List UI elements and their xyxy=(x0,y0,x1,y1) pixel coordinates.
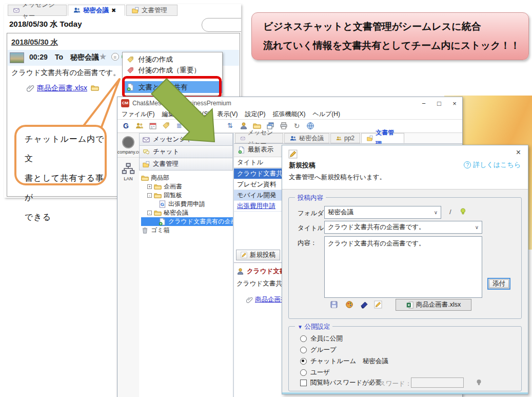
menu-view[interactable]: 表示(V) xyxy=(217,110,238,119)
toolbar-globe-icon[interactable] xyxy=(306,122,314,130)
content-textarea[interactable]: クラウド文書共有の企画書です。 xyxy=(324,236,482,298)
menu-file[interactable]: ファイル(F) xyxy=(122,110,154,119)
tree-item-trash[interactable]: ゴミ箱 xyxy=(141,226,233,235)
menu-search[interactable]: 検索(S) xyxy=(189,110,210,119)
publish-settings-legend[interactable]: ▼ 公開設定 xyxy=(295,323,332,331)
title-select[interactable]: クラウド文書共有の企画書です。∨ xyxy=(324,221,482,234)
radio-selected-icon xyxy=(300,358,307,365)
lan-icon xyxy=(122,162,135,175)
password-required-checkbox[interactable]: 閲覧時パスワードが必要 xyxy=(300,379,382,387)
tab-close-icon[interactable]: ✖ xyxy=(111,5,116,16)
help-link-label: 詳しくはこちら xyxy=(473,160,521,169)
tree-item-himitsu-kaigi[interactable]: - 秘密会議 xyxy=(141,209,233,217)
dialog-close-icon[interactable]: × xyxy=(516,148,521,157)
expander-icon[interactable]: - xyxy=(147,211,152,215)
attachment-link[interactable]: 商品企画書.xlsx xyxy=(37,84,87,93)
help-link[interactable]: ? 詳しくはこちら xyxy=(464,160,521,169)
tree-item-shohinbu[interactable]: 商品部 xyxy=(141,174,233,182)
panel-tab-himitsu[interactable]: 秘密会議 xyxy=(284,133,329,143)
menu-circle-icon[interactable]: ≡ xyxy=(111,53,119,61)
date-link[interactable]: 2018/05/30 水 xyxy=(11,37,58,47)
sidebar-section-documents[interactable]: 文書管理 xyxy=(139,158,233,171)
radio-public[interactable]: 全員に公開 xyxy=(300,334,343,343)
toolbar-members-icon[interactable] xyxy=(135,122,144,130)
search-input[interactable] xyxy=(202,18,241,32)
toolbar-printer-icon[interactable] xyxy=(279,122,288,130)
tag-red-icon xyxy=(127,67,134,74)
refresh-button[interactable]: 最新表示 xyxy=(238,145,273,154)
callout-line: チャットルーム内で文 xyxy=(25,129,105,168)
main-menubar: ファイル(F) 編集(E) 検索(S) 表示(V) 設定(P) 拡張機能(X) … xyxy=(117,109,462,119)
toolbar-tag-icon[interactable] xyxy=(162,122,170,130)
radio-user[interactable]: ユーザ xyxy=(300,368,330,377)
menu-settings[interactable]: 設定(P) xyxy=(245,110,265,119)
menu-edit[interactable]: 編集(E) xyxy=(162,110,182,119)
tree-label: ゴミ箱 xyxy=(151,226,170,235)
toolbar-list-icon[interactable]: ≣ xyxy=(175,122,184,130)
password-input[interactable] xyxy=(411,377,464,388)
chevron-down-icon: ∨ xyxy=(434,210,441,215)
panel-tab-documents[interactable]: 文書管理 xyxy=(361,133,404,143)
toolbar-ribbon-icon[interactable] xyxy=(201,122,209,130)
star-icon[interactable]: ★ xyxy=(99,51,107,62)
folder-icon xyxy=(154,209,162,217)
attach-button[interactable]: 添付 xyxy=(487,278,510,290)
tree-label: 回覧板 xyxy=(164,191,182,200)
menu-extensions[interactable]: 拡張機能(X) xyxy=(272,110,305,119)
new-post-button[interactable]: 新規投稿 xyxy=(236,250,280,260)
sidebar-section-messenger[interactable]: メッセンジャー xyxy=(139,133,233,146)
tree-item-kairanban[interactable]: - 回覧板 xyxy=(141,191,233,200)
maximize-button[interactable]: □ xyxy=(431,100,447,107)
expander-icon[interactable]: - xyxy=(147,193,152,198)
tab-himitsu-kaigi[interactable]: 秘密会議 ✖ xyxy=(68,5,125,16)
tag-yellow-icon xyxy=(127,56,134,63)
menu-item-fusen[interactable]: 付箋の作成 xyxy=(123,54,222,65)
folder-icon xyxy=(141,174,149,182)
open-folder-icon[interactable] xyxy=(91,84,99,92)
menu-item-fusen-important[interactable]: 付箋の作成（重要） xyxy=(123,65,222,75)
toolbar-capture-icon[interactable] xyxy=(188,122,196,130)
close-button[interactable]: × xyxy=(447,100,462,107)
tab-bunsho-kanri[interactable]: 文書管理 xyxy=(126,5,178,16)
toolbar-sort-icon[interactable]: ⇅ xyxy=(226,122,234,130)
lightbulb-icon[interactable] xyxy=(459,207,467,215)
sidebar-section-chat[interactable]: チャット xyxy=(139,145,233,158)
toolbar-refresh-icon[interactable]: ↻ xyxy=(292,122,301,130)
paperclip-icon xyxy=(27,84,34,92)
sidebar-section-label: チャット xyxy=(153,147,179,156)
tree-item-cloud-doc-selected[interactable]: クラウド文書共有の企画書 xyxy=(141,217,233,226)
pencil-icon[interactable] xyxy=(374,300,382,309)
tree-item-kikakusho[interactable]: + 企画書 xyxy=(141,182,233,191)
folder-select[interactable]: 秘密会議∨ xyxy=(324,206,441,219)
banner-line2: 流れていく情報を文書共有としてチーム内にストック！！ xyxy=(263,39,528,52)
rail-company-button[interactable]: company.com xyxy=(117,133,139,158)
trash-icon xyxy=(141,226,149,234)
toolbar-calendar-icon[interactable] xyxy=(148,122,157,130)
avatar xyxy=(10,52,24,63)
main-titlebar: CM Chat&Messenger BusinessPremium − □ × xyxy=(117,97,462,109)
radio-icon xyxy=(300,347,307,353)
palette-icon[interactable] xyxy=(345,300,353,309)
toolbar-user-status-icon[interactable] xyxy=(239,122,248,130)
radio-chatroom[interactable]: チャットルーム 秘密会議 xyxy=(300,357,388,366)
panel-tab-messenger[interactable]: メッセンジャー xyxy=(235,133,283,143)
rail-lan-label: LAN xyxy=(117,176,139,181)
panel-tab-pp2[interactable]: pp2 xyxy=(330,133,360,143)
dialog-bottom-edge xyxy=(282,392,528,394)
folder-icon xyxy=(154,192,162,199)
date-header: 2018/05/30 水 Today xyxy=(9,20,82,29)
screenshot-root: メッセンジャー 秘密会議 ✖ 文書管理 2018/05/30 水 Today 2… xyxy=(0,0,532,397)
menu-help[interactable]: ヘルプ(H) xyxy=(312,110,340,119)
tab-label: 文書管理 xyxy=(142,5,167,16)
publish-settings-group: ▼ 公開設定 全員に公開 グループ チャットルーム 秘密会議 ユーザ 閲覧時パス… xyxy=(288,326,522,391)
tab-messenger[interactable]: メッセンジャー xyxy=(8,5,67,16)
minimize-button[interactable]: − xyxy=(416,100,431,107)
toolbar-g-icon[interactable]: G xyxy=(122,122,130,130)
eraser-icon[interactable] xyxy=(360,300,368,309)
save-icon[interactable] xyxy=(330,300,338,309)
radio-group[interactable]: グループ xyxy=(300,346,337,354)
rail-lan-button[interactable]: LAN xyxy=(117,158,139,181)
tree-item-shucchou-hiyou[interactable]: 出張費用申請 xyxy=(141,200,233,209)
expander-icon[interactable]: + xyxy=(147,184,152,189)
attached-file-chip[interactable]: 商品企画書.xlsx xyxy=(396,299,471,311)
